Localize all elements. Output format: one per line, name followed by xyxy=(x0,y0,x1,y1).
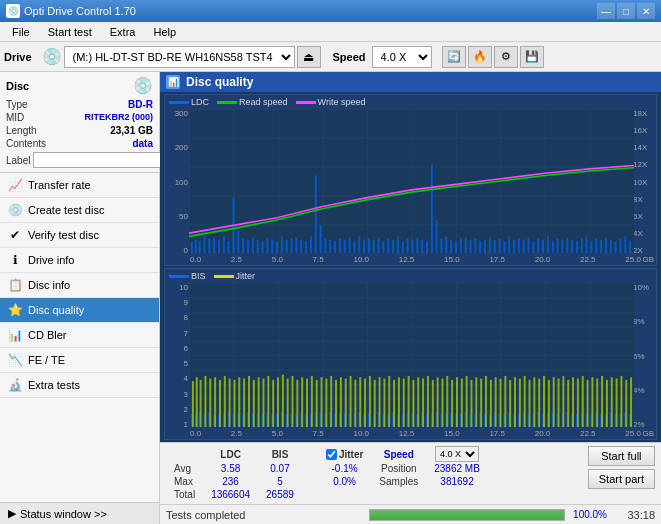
bottom-chart-y-right: 10%8%6%4%2% xyxy=(633,283,655,429)
svg-rect-229 xyxy=(388,376,390,427)
write-speed-legend-color xyxy=(296,101,316,104)
svg-rect-271 xyxy=(591,377,593,427)
start-full-button[interactable]: Start full xyxy=(588,446,655,466)
stats-area: LDC BIS Jitter Speed 4.0 X xyxy=(160,442,661,504)
svg-rect-213 xyxy=(311,376,313,427)
svg-rect-209 xyxy=(292,376,294,427)
refresh-button[interactable]: 🔄 xyxy=(442,46,466,68)
svg-rect-274 xyxy=(606,380,608,427)
svg-rect-231 xyxy=(398,377,400,427)
bis-legend-label: BIS xyxy=(191,271,206,281)
progress-percent: 100.0% xyxy=(573,509,607,520)
sidebar-item-extra-tests[interactable]: 🔬 Extra tests xyxy=(0,373,159,398)
svg-rect-228 xyxy=(383,379,385,427)
sidebar-item-create-test-disc[interactable]: 💿 Create test disc xyxy=(0,198,159,223)
sidebar-item-verify-test-disc[interactable]: ✔ Verify test disc xyxy=(0,223,159,248)
burn-button[interactable]: 🔥 xyxy=(468,46,492,68)
svg-rect-215 xyxy=(321,377,323,427)
svg-rect-44 xyxy=(392,240,394,253)
svg-rect-250 xyxy=(490,380,492,427)
svg-rect-197 xyxy=(234,380,236,427)
label-input[interactable] xyxy=(33,152,166,168)
bottom-chart: BIS Jitter 10987654321 10%8%6%4%2% xyxy=(164,268,657,440)
svg-rect-20 xyxy=(276,241,278,253)
bottom-chart-legend: BIS Jitter xyxy=(169,271,255,281)
sidebar-item-fe-te[interactable]: 📉 FE / TE xyxy=(0,348,159,373)
svg-rect-26 xyxy=(305,241,307,253)
disc-icon: 💿 xyxy=(133,76,153,95)
svg-rect-80 xyxy=(566,237,568,253)
svg-rect-267 xyxy=(572,377,574,427)
sidebar-item-disc-info[interactable]: 📋 Disc info xyxy=(0,273,159,298)
svg-rect-85 xyxy=(590,241,592,253)
svg-rect-17 xyxy=(262,241,264,253)
max-label: Max xyxy=(166,475,203,488)
menu-help[interactable]: Help xyxy=(145,24,184,40)
svg-rect-258 xyxy=(529,380,531,427)
svg-rect-39 xyxy=(368,239,370,253)
svg-rect-27 xyxy=(310,236,312,253)
svg-rect-38 xyxy=(363,240,365,253)
label-label: Label xyxy=(6,155,30,166)
svg-rect-208 xyxy=(287,379,289,427)
settings-button[interactable]: ⚙ xyxy=(494,46,518,68)
start-part-button[interactable]: Start part xyxy=(588,469,655,489)
svg-rect-194 xyxy=(219,380,221,427)
svg-rect-247 xyxy=(475,377,477,427)
minimize-button[interactable]: — xyxy=(597,3,615,19)
svg-rect-241 xyxy=(446,376,448,427)
svg-rect-45 xyxy=(397,236,399,253)
svg-rect-77 xyxy=(552,241,554,253)
sidebar-item-cd-bler[interactable]: 📊 CD Bler xyxy=(0,323,159,348)
svg-rect-211 xyxy=(301,377,303,427)
svg-rect-65 xyxy=(494,240,496,253)
speed-select[interactable]: 4.0 X 1.0 X 2.0 X 6.0 X 8.0 X xyxy=(372,46,432,68)
ldc-legend-label: LDC xyxy=(191,97,209,107)
svg-rect-222 xyxy=(354,380,356,427)
svg-rect-62 xyxy=(479,241,481,253)
menu-start-test[interactable]: Start test xyxy=(40,24,100,40)
chart-header-icon: 📊 xyxy=(166,75,180,89)
sidebar-item-transfer-rate[interactable]: 📈 Transfer rate xyxy=(0,173,159,198)
svg-rect-254 xyxy=(509,380,511,427)
jitter-checkbox[interactable] xyxy=(326,449,337,460)
svg-rect-203 xyxy=(263,379,265,427)
right-panel: 📊 Disc quality LDC Read speed xyxy=(160,72,661,524)
svg-rect-30 xyxy=(324,239,326,253)
svg-rect-41 xyxy=(378,237,380,253)
svg-rect-61 xyxy=(474,239,476,253)
svg-rect-8 xyxy=(218,240,220,253)
svg-rect-91 xyxy=(619,239,621,253)
max-jitter: 0.0% xyxy=(318,475,371,488)
svg-rect-33 xyxy=(339,239,341,253)
svg-rect-92 xyxy=(624,236,626,253)
save-button[interactable]: 💾 xyxy=(520,46,544,68)
length-value: 23,31 GB xyxy=(110,125,153,136)
progress-container xyxy=(369,509,566,521)
svg-rect-25 xyxy=(300,240,302,253)
svg-rect-90 xyxy=(615,241,617,253)
svg-rect-89 xyxy=(610,240,612,253)
eject-button[interactable]: ⏏ xyxy=(297,46,321,68)
svg-rect-3 xyxy=(195,240,197,253)
svg-rect-244 xyxy=(461,379,463,427)
close-button[interactable]: ✕ xyxy=(637,3,655,19)
maximize-button[interactable]: □ xyxy=(617,3,635,19)
svg-rect-51 xyxy=(426,241,428,253)
drive-bar: Drive 💿 (M:) HL-DT-ST BD-RE WH16NS58 TST… xyxy=(0,42,661,72)
speed-col-select[interactable]: 4.0 X xyxy=(435,446,479,462)
svg-rect-36 xyxy=(353,241,355,253)
status-window-button[interactable]: ▶ Status window >> xyxy=(0,502,159,524)
svg-rect-14 xyxy=(247,240,249,253)
svg-rect-234 xyxy=(412,380,414,427)
drive-select[interactable]: (M:) HL-DT-ST BD-RE WH16NS58 TST4 xyxy=(64,46,295,68)
sidebar-item-disc-quality[interactable]: ⭐ Disc quality xyxy=(0,298,159,323)
svg-rect-1 xyxy=(189,109,634,253)
top-chart-inner xyxy=(189,109,634,253)
menu-extra[interactable]: Extra xyxy=(102,24,144,40)
chart-title: Disc quality xyxy=(186,75,253,89)
menu-file[interactable]: File xyxy=(4,24,38,40)
sidebar-item-drive-info[interactable]: ℹ Drive info xyxy=(0,248,159,273)
svg-rect-23 xyxy=(291,239,293,253)
svg-rect-63 xyxy=(484,240,486,253)
